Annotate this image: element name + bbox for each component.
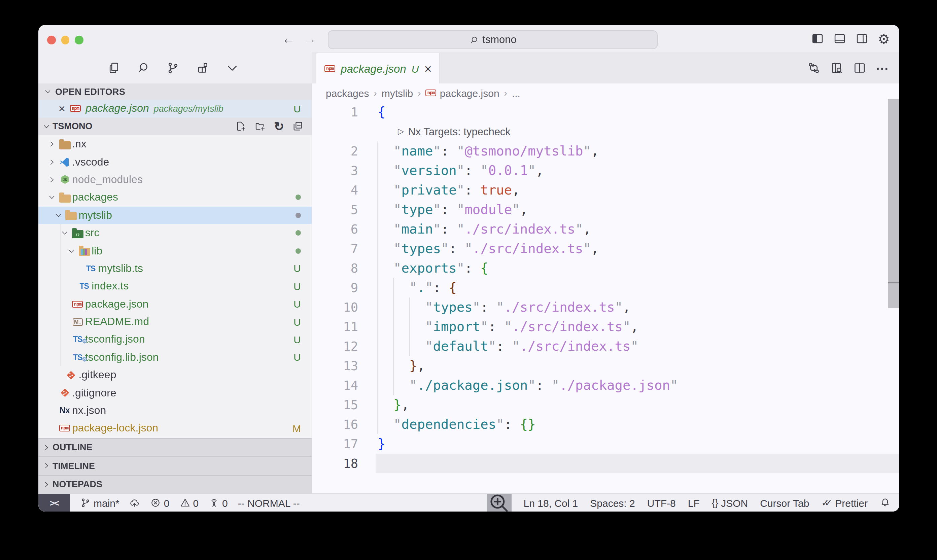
tree-item-tsconfig-lib-json[interactable]: TStsconfig.lib.jsonU [38,348,312,366]
tab-package-json[interactable]: npm package.json U × [316,53,440,84]
close-editor-icon[interactable]: × [58,103,65,114]
search-icon[interactable] [137,61,150,75]
sidebar-section-outline[interactable]: OUTLINE [38,438,312,456]
warning-icon [179,497,190,508]
chevron-right-icon[interactable] [46,140,57,148]
indentation[interactable]: Spaces: 2 [590,497,635,509]
formatter[interactable]: ✓✓Prettier [821,497,868,509]
window-traffic-lights [47,36,83,44]
chevron-right-icon [42,462,51,470]
eol[interactable]: LF [688,497,700,509]
collapse-all-icon[interactable] [292,121,303,132]
chevron-down-icon[interactable] [53,211,64,219]
sidebar-section-timeline[interactable]: TIMELINE [38,456,312,475]
tree-item-nx-json[interactable]: Nxnx.json [38,402,312,420]
tree-item-src[interactable]: src [38,224,312,242]
chevron-right-icon[interactable] [46,158,57,166]
extensions-icon[interactable] [196,61,209,75]
tab-mode[interactable]: Cursor Tab [760,497,809,509]
chevron-down-icon[interactable] [226,61,239,75]
navigate-back-button[interactable]: ← [282,31,295,46]
breadcrumb-item[interactable]: mytslib [382,87,413,98]
tree-item-package-json[interactable]: npmpackage.jsonU [38,295,312,313]
git-status-dot [295,213,301,218]
breadcrumb-label: mytslib [382,87,413,98]
open-editor-path: packages/mytslib [154,104,223,114]
line-number: 1 [312,102,358,122]
tree-item-index-ts[interactable]: TSindex.tsU [38,277,312,295]
preview-icon[interactable] [830,61,843,75]
editor-scrollbar[interactable] [888,99,899,309]
tree-item-tsconfig-json[interactable]: TStsconfig.jsonU [38,331,312,349]
tree-item-vscode[interactable]: .vscode [38,153,312,171]
command-center-search[interactable]: tsmono [328,30,658,49]
scrollbar-thumb[interactable] [888,99,899,282]
diff-icon[interactable] [807,61,820,75]
new-file-icon[interactable] [235,121,246,132]
more-icon[interactable]: ⋯ [876,62,889,74]
source-control-icon[interactable] [166,61,180,75]
breadcrumb-item[interactable]: packages [326,87,369,98]
new-folder-icon[interactable] [254,121,266,132]
tree-item-node-modules[interactable]: JSnode_modules [38,171,312,189]
tree-item-mytslib-ts[interactable]: TSmytslib.tsU [38,260,312,277]
workspace-section-header[interactable]: TSMONO ↻ [38,117,312,135]
tree-item-mytslib[interactable]: mytslib [38,206,312,224]
codelens-nx-targets[interactable]: ▷Nx Targets: typecheck [398,122,511,142]
encoding[interactable]: UTF-8 [647,497,676,509]
git-branch[interactable]: main* [80,497,120,509]
files-icon[interactable] [107,61,120,75]
cursor-position[interactable]: Ln 18, Col 1 [524,497,578,509]
tree-item-gitignore[interactable]: .gitignore [38,384,312,402]
code-line: { [378,102,386,122]
tree-item-package-lock-json[interactable]: npmpackage-lock.jsonM [38,420,312,437]
ports[interactable]: 0 [209,497,228,509]
panel-right-icon[interactable] [855,32,868,45]
tree-item-nx[interactable]: .nx [38,135,312,153]
chevron-down-icon[interactable] [46,194,57,202]
notifications[interactable] [880,497,891,508]
sidebar-section-notepads[interactable]: NOTEPADS [38,475,312,493]
zoom-indicator[interactable] [487,494,512,512]
panel-left-icon[interactable] [811,32,824,45]
open-editor-item[interactable]: × npm package.json packages/mytslib U [38,100,312,117]
line-number: 10 [312,297,358,317]
errors[interactable]: 0 [151,497,170,509]
remote-indicator[interactable]: >< [38,494,70,512]
panel-bottom-icon[interactable] [833,32,846,45]
split-editor-icon[interactable] [853,61,866,75]
sync[interactable] [129,497,140,508]
close-window-button[interactable] [47,36,55,44]
tree-item-README-md[interactable]: M↓README.mdU [38,313,312,331]
zoom-window-button[interactable] [75,36,83,44]
chevron-right-icon[interactable] [46,176,57,184]
navigate-forward-button[interactable]: → [303,31,316,46]
close-tab-icon[interactable]: × [425,62,432,75]
ts-gear-icon: TS [70,353,85,362]
tree-item-gitkeep[interactable]: .gitkeep [38,366,312,384]
language-mode[interactable]: {}JSON [712,497,748,509]
git-status-dot [295,248,301,254]
status-label: 0 [222,497,228,509]
chevron-down-icon[interactable] [66,247,77,255]
status-label: Prettier [835,497,868,509]
indent-guide [393,278,394,395]
vscode-icon [57,157,72,167]
status-label: 0 [164,497,170,509]
git-icon [57,388,72,398]
braces-icon: {} [712,497,718,508]
git-status-badge: U [294,281,301,292]
tree-item-packages[interactable]: packages [38,188,312,206]
gear-icon[interactable]: ⚙ [878,32,890,45]
code-editor[interactable]: 1{▷Nx Targets: typecheck2 "name": "@tsmo… [312,102,899,494]
vim-mode[interactable]: -- NORMAL -- [238,497,300,509]
tree-item-lib[interactable]: lib [38,242,312,260]
warnings[interactable]: 0 [179,497,198,509]
line-number: 4 [312,180,358,200]
file-name: index.ts [92,280,129,292]
minimize-window-button[interactable] [61,36,69,44]
breadcrumb-item[interactable]: npmpackage.json [425,87,499,98]
breadcrumb-item[interactable]: ... [512,87,520,98]
refresh-icon[interactable]: ↻ [274,120,284,132]
open-editors-header[interactable]: OPEN EDITORS [38,83,312,100]
